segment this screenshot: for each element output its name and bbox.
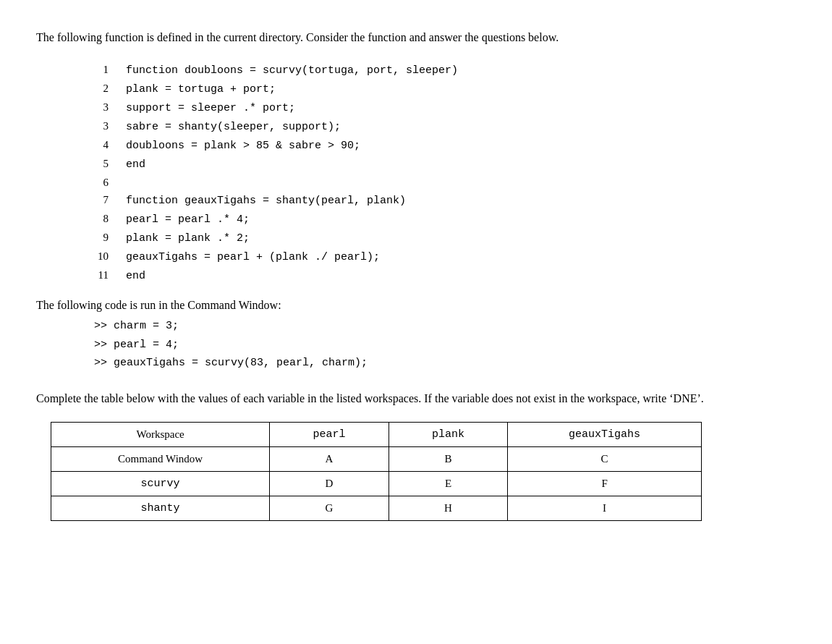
cell-cw-geauxttigahs: C — [508, 446, 702, 471]
table-row-command-window: Command Window A B C — [51, 446, 702, 471]
line-number-11: 11 — [80, 266, 109, 284]
table-row-shanty: shanty G H I — [51, 496, 702, 520]
command-content-2: >> pearl = 4; — [94, 339, 179, 351]
col-header-workspace: Workspace — [51, 422, 270, 446]
code-content-1: function doubloons = scurvy(tortuga, por… — [126, 62, 458, 80]
command-intro-label: The following code is run in the Command… — [36, 297, 796, 314]
code-line-6: 6 — [80, 174, 796, 191]
line-number-3b: 3 — [80, 117, 109, 135]
intro-text: The following function is defined in the… — [36, 29, 796, 46]
code-content-10: geauxTigahs = pearl + (plank ./ pearl); — [126, 249, 380, 266]
line-number-3a: 3 — [80, 98, 109, 116]
command-section: >> charm = 3; >> pearl = 4; >> geauxTiga… — [36, 317, 796, 373]
cell-cw-pearl: A — [270, 446, 389, 471]
code-line-11: 11 end — [80, 266, 796, 285]
workspace-scurvy: scurvy — [51, 471, 270, 496]
command-content-3: >> geauxTigahs = scurvy(83, pearl, charm… — [94, 357, 368, 369]
code-content-11: end — [126, 268, 145, 285]
line-number-6: 6 — [80, 174, 109, 191]
cell-scurvy-pearl: D — [270, 471, 389, 496]
workspace-shanty: shanty — [51, 496, 270, 520]
instruction-text: Complete the table below with the values… — [36, 390, 796, 407]
code-content-2: plank = tortuga + port; — [126, 81, 276, 98]
line-number-2: 2 — [80, 80, 109, 97]
variable-table: Workspace pearl plank geauxTigahs Comman… — [51, 422, 702, 521]
command-line-3: >> geauxTigahs = scurvy(83, pearl, charm… — [94, 354, 796, 373]
line-number-10: 10 — [80, 247, 109, 265]
line-number-1: 1 — [80, 61, 109, 78]
code-line-10: 10 geauxTigahs = pearl + (plank ./ pearl… — [80, 247, 796, 266]
code-line-1: 1 function doubloons = scurvy(tortuga, p… — [80, 61, 796, 80]
code-content-7: function geauxTigahs = shanty(pearl, pla… — [126, 192, 406, 210]
code-line-7: 7 function geauxTigahs = shanty(pearl, p… — [80, 191, 796, 210]
cell-shanty-pearl: G — [270, 496, 389, 520]
cell-shanty-geauxttigahs: I — [508, 496, 702, 520]
command-content-1: >> charm = 3; — [94, 320, 179, 332]
col-header-geauxttigahs: geauxTigahs — [508, 422, 702, 446]
code-line-3a: 3 support = sleeper .* port; — [80, 98, 796, 117]
code-line-2: 2 plank = tortuga + port; — [80, 80, 796, 98]
cell-shanty-plank: H — [389, 496, 507, 520]
code-line-4: 4 doubloons = plank > 85 & sabre > 90; — [80, 136, 796, 155]
line-number-5: 5 — [80, 155, 109, 172]
code-content-5: end — [126, 156, 145, 174]
command-line-1: >> charm = 3; — [94, 317, 796, 336]
code-content-4: doubloons = plank > 85 & sabre > 90; — [126, 137, 360, 155]
code-block: 1 function doubloons = scurvy(tortuga, p… — [36, 61, 796, 285]
col-header-plank: plank — [389, 422, 507, 446]
code-content-3b: sabre = shanty(sleeper, support); — [126, 119, 341, 136]
workspace-command-window: Command Window — [51, 446, 270, 471]
line-number-7: 7 — [80, 191, 109, 208]
line-number-4: 4 — [80, 136, 109, 153]
table-row-scurvy: scurvy D E F — [51, 471, 702, 496]
command-line-2: >> pearl = 4; — [94, 336, 796, 355]
code-line-3b: 3 sabre = shanty(sleeper, support); — [80, 117, 796, 136]
code-content-3a: support = sleeper .* port; — [126, 100, 295, 117]
cell-scurvy-plank: E — [389, 471, 507, 496]
code-line-8: 8 pearl = pearl .* 4; — [80, 210, 796, 229]
code-line-5: 5 end — [80, 155, 796, 174]
line-number-9: 9 — [80, 229, 109, 246]
line-number-8: 8 — [80, 210, 109, 227]
code-content-8: pearl = pearl .* 4; — [126, 211, 250, 229]
code-content-9: plank = plank .* 2; — [126, 230, 250, 247]
col-header-pearl: pearl — [270, 422, 389, 446]
table-header-row: Workspace pearl plank geauxTigahs — [51, 422, 702, 446]
cell-scurvy-geauxttigahs: F — [508, 471, 702, 496]
cell-cw-plank: B — [389, 446, 507, 471]
code-line-9: 9 plank = plank .* 2; — [80, 229, 796, 247]
